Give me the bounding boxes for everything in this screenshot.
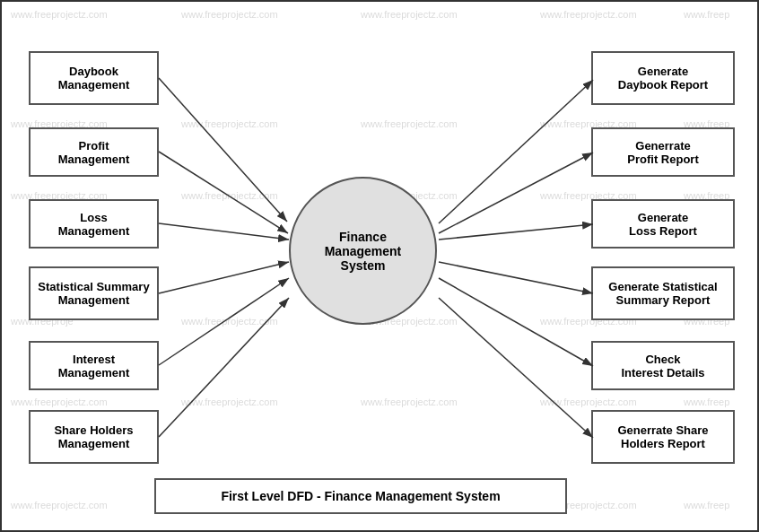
watermark-3: www.freeprojectz.com — [361, 9, 458, 20]
loss-management-label: LossManagement — [58, 211, 129, 238]
watermark-1: www.freeprojectz.com — [11, 9, 108, 20]
watermark-24: www.freeprojectz.com — [540, 397, 637, 407]
center-circle: FinanceManagementSystem — [289, 177, 437, 325]
watermark-12: www.freeprojectz.com — [181, 190, 278, 201]
watermark-21: www.freeprojectz.com — [11, 397, 108, 407]
watermark-23: www.freeprojectz.com — [361, 397, 458, 407]
watermark-4: www.freeprojectz.com — [540, 9, 637, 20]
watermark-22: www.freeprojectz.com — [181, 397, 278, 407]
arrow-center-to-daybook-report — [439, 80, 593, 223]
center-circle-label: FinanceManagementSystem — [325, 230, 402, 273]
watermark-25: www.freep — [684, 397, 729, 407]
arrow-interest-to-center — [159, 278, 289, 365]
profit-management-box: ProfitManagement — [29, 127, 159, 177]
watermark-5: www.freep — [684, 9, 729, 20]
watermark-2: www.freeprojectz.com — [181, 9, 278, 20]
gen-loss-box: GenerateLoss Report — [591, 199, 735, 249]
interest-management-label: InterestManagement — [58, 353, 129, 379]
watermark-30: www.freep — [684, 500, 729, 510]
gen-statistical-box: Generate StatisticalSummary Report — [591, 266, 735, 320]
interest-management-box: InterestManagement — [29, 341, 159, 390]
main-container: www.freeprojectz.com www.freeprojectz.co… — [0, 0, 759, 532]
watermark-7: www.freeprojectz.com — [181, 118, 278, 129]
gen-statistical-label: Generate StatisticalSummary Report — [608, 280, 717, 307]
check-interest-box: CheckInterest Details — [591, 341, 735, 390]
daybook-management-label: DaybookManagement — [58, 65, 129, 92]
statistical-management-label: Statistical SummaryManagement — [38, 280, 149, 307]
gen-daybook-label: GenerateDaybook Report — [618, 65, 708, 92]
watermark-17: www.freeprojectz.com — [181, 316, 278, 327]
arrow-center-to-profit-report — [439, 153, 593, 233]
shareholders-management-label: Share HoldersManagement — [54, 423, 133, 450]
arrow-center-to-loss-report — [439, 224, 593, 240]
arrow-statistical-to-center — [159, 262, 289, 293]
arrow-center-to-shareholders-report — [439, 298, 593, 438]
footer-title-box: First Level DFD - Finance Management Sys… — [154, 478, 567, 514]
gen-shareholders-box: Generrate ShareHolders Report — [591, 410, 735, 464]
arrow-shareholders-to-center — [159, 298, 289, 437]
arrow-center-to-statistical-report — [439, 262, 593, 293]
gen-loss-label: GenerateLoss Report — [629, 211, 697, 238]
loss-management-box: LossManagement — [29, 199, 159, 249]
gen-daybook-box: GenerateDaybook Report — [591, 51, 735, 105]
footer-title: First Level DFD - Finance Management Sys… — [221, 489, 500, 503]
watermark-8: www.freeprojectz.com — [361, 118, 458, 129]
arrow-loss-to-center — [159, 223, 289, 240]
shareholders-management-box: Share HoldersManagement — [29, 410, 159, 464]
gen-shareholders-label: Generrate ShareHolders Report — [617, 423, 708, 450]
gen-profit-label: GenerrateProfit Report — [627, 139, 698, 166]
gen-profit-box: GenerrateProfit Report — [591, 127, 735, 177]
arrow-center-to-interest-check — [439, 278, 593, 366]
profit-management-label: ProfitManagement — [58, 139, 129, 166]
watermark-26: www.freeprojectz.com — [11, 500, 108, 510]
daybook-management-box: DaybookManagement — [29, 51, 159, 105]
arrow-profit-to-center — [159, 152, 288, 233]
check-interest-label: CheckInterest Details — [621, 353, 704, 379]
arrow-daybook-to-center — [159, 78, 287, 222]
statistical-management-box: Statistical SummaryManagement — [29, 266, 159, 320]
